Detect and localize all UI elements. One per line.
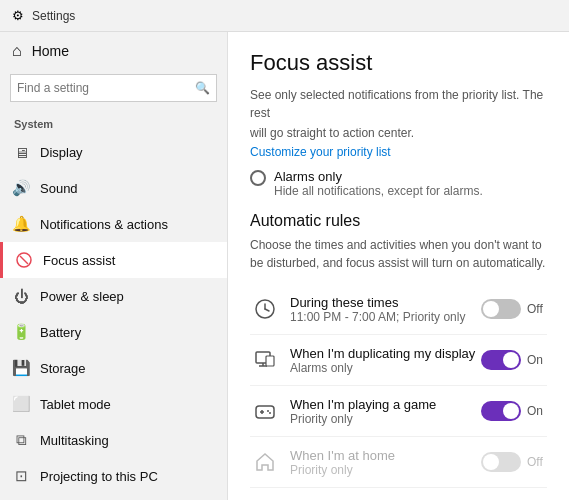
sidebar-item-projecting[interactable]: ⊡ Projecting to this PC [0, 458, 227, 494]
svg-rect-9 [256, 406, 274, 418]
rule-playing-game-toggle-label: On [527, 404, 547, 418]
sidebar-battery-label: Battery [40, 325, 81, 340]
search-icon: 🔍 [195, 81, 210, 95]
sidebar-notifications-label: Notifications & actions [40, 217, 168, 232]
sidebar-home-label: Home [32, 43, 69, 59]
sidebar-projecting-label: Projecting to this PC [40, 469, 158, 484]
desc-line2: will go straight to action center. [250, 124, 547, 142]
svg-point-12 [267, 410, 269, 412]
sidebar-display-label: Display [40, 145, 83, 160]
auto-rules-desc: Choose the times and activities when you… [250, 236, 547, 272]
alarms-only-radio[interactable] [250, 170, 266, 186]
svg-rect-8 [266, 356, 274, 366]
search-box[interactable]: 🔍 [10, 74, 217, 102]
clock-icon [250, 294, 280, 324]
settings-window-icon: ⚙ [10, 8, 26, 24]
toggle-knob [503, 403, 519, 419]
rule-duplicating-display-toggle[interactable] [481, 350, 521, 370]
rule-playing-game-toggle[interactable] [481, 401, 521, 421]
search-input[interactable] [17, 81, 195, 95]
alarms-only-sub: Hide all notifications, except for alarm… [274, 184, 483, 198]
rule-at-home-toggle-label: Off [527, 455, 547, 469]
rule-during-times-toggle[interactable] [481, 299, 521, 319]
tablet-icon: ⬜ [12, 395, 30, 413]
focus-assist-icon [15, 251, 33, 269]
alarms-only-label: Alarms only [274, 169, 483, 184]
rule-duplicating-display-toggle-container: On [481, 350, 547, 370]
sidebar-item-home[interactable]: ⌂ Home [0, 32, 227, 70]
svg-line-1 [20, 256, 28, 264]
auto-rules-header: Automatic rules [250, 212, 547, 230]
home-icon: ⌂ [12, 42, 22, 60]
monitor-icon [250, 345, 280, 375]
title-bar: ⚙ Settings [0, 0, 569, 32]
sidebar-item-battery[interactable]: 🔋 Battery [0, 314, 227, 350]
priority-list-link[interactable]: Customize your priority list [250, 145, 391, 159]
rule-duplicating-display: When I'm duplicating my display Alarms o… [250, 335, 547, 386]
sidebar-item-shared[interactable]: ↗ Shared experiences [0, 494, 227, 500]
desc-line1: See only selected notifications from the… [250, 86, 547, 122]
sidebar-storage-label: Storage [40, 361, 86, 376]
rule-at-home-title: When I'm at home [290, 448, 481, 463]
system-section-label: System [0, 110, 227, 134]
rule-at-home-text: When I'm at home Priority only [290, 448, 481, 477]
alarms-only-text: Alarms only Hide all notifications, exce… [274, 169, 483, 198]
rule-during-times-toggle-container: Off [481, 299, 547, 319]
sidebar-item-display[interactable]: 🖥 Display [0, 134, 227, 170]
game-icon [250, 396, 280, 426]
sidebar-item-power[interactable]: ⏻ Power & sleep [0, 278, 227, 314]
rule-playing-game-title: When I'm playing a game [290, 397, 481, 412]
rule-playing-game: When I'm playing a game Priority only On [250, 386, 547, 437]
toggle-knob [483, 301, 499, 317]
sidebar-power-label: Power & sleep [40, 289, 124, 304]
sidebar-multitasking-label: Multitasking [40, 433, 109, 448]
storage-icon: 💾 [12, 359, 30, 377]
rule-playing-game-sub: Priority only [290, 412, 481, 426]
sidebar-item-sound[interactable]: 🔊 Sound [0, 170, 227, 206]
rule-at-home: When I'm at home Priority only Off [250, 437, 547, 488]
sidebar-item-notifications[interactable]: 🔔 Notifications & actions [0, 206, 227, 242]
sidebar-item-multitasking[interactable]: ⧉ Multitasking [0, 422, 227, 458]
rule-duplicating-display-text: When I'm duplicating my display Alarms o… [290, 346, 481, 375]
projecting-icon: ⊡ [12, 467, 30, 485]
display-icon: 🖥 [12, 143, 30, 161]
multitasking-icon: ⧉ [12, 431, 30, 449]
rule-playing-game-text: When I'm playing a game Priority only [290, 397, 481, 426]
sidebar-focus-assist-label: Focus assist [43, 253, 115, 268]
sound-icon: 🔊 [12, 179, 30, 197]
rule-during-times-toggle-label: Off [527, 302, 547, 316]
main-panel: Focus assist See only selected notificat… [228, 32, 569, 500]
rule-during-times-text: During these times 11:00 PM - 7:00 AM; P… [290, 295, 481, 324]
rule-duplicating-display-title: When I'm duplicating my display [290, 346, 481, 361]
rule-at-home-toggle [481, 452, 521, 472]
rule-during-times: During these times 11:00 PM - 7:00 AM; P… [250, 284, 547, 335]
battery-icon: 🔋 [12, 323, 30, 341]
rule-playing-game-toggle-container: On [481, 401, 547, 421]
home-rule-icon [250, 447, 280, 477]
title-bar-text: Settings [32, 9, 75, 23]
notifications-icon: 🔔 [12, 215, 30, 233]
svg-point-13 [269, 412, 271, 414]
rule-during-times-title: During these times [290, 295, 481, 310]
rule-duplicating-display-toggle-label: On [527, 353, 547, 367]
settings-window: ⚙ Settings ⌂ Home 🔍 System 🖥 Display 🔊 S… [0, 0, 569, 500]
rule-during-times-sub: 11:00 PM - 7:00 AM; Priority only [290, 310, 481, 324]
rule-duplicating-display-sub: Alarms only [290, 361, 481, 375]
page-title: Focus assist [250, 50, 547, 76]
sidebar-sound-label: Sound [40, 181, 78, 196]
power-icon: ⏻ [12, 287, 30, 305]
svg-line-4 [265, 309, 269, 311]
rule-at-home-sub: Priority only [290, 463, 481, 477]
toggle-knob [483, 454, 499, 470]
sidebar-item-storage[interactable]: 💾 Storage [0, 350, 227, 386]
alarms-only-option[interactable]: Alarms only Hide all notifications, exce… [250, 169, 547, 198]
sidebar: ⌂ Home 🔍 System 🖥 Display 🔊 Sound 🔔 Noti… [0, 32, 228, 500]
toggle-knob [503, 352, 519, 368]
sidebar-item-focus-assist[interactable]: Focus assist [0, 242, 227, 278]
sidebar-item-tablet[interactable]: ⬜ Tablet mode [0, 386, 227, 422]
sidebar-tablet-label: Tablet mode [40, 397, 111, 412]
rule-at-home-toggle-container: Off [481, 452, 547, 472]
main-content: ⌂ Home 🔍 System 🖥 Display 🔊 Sound 🔔 Noti… [0, 32, 569, 500]
